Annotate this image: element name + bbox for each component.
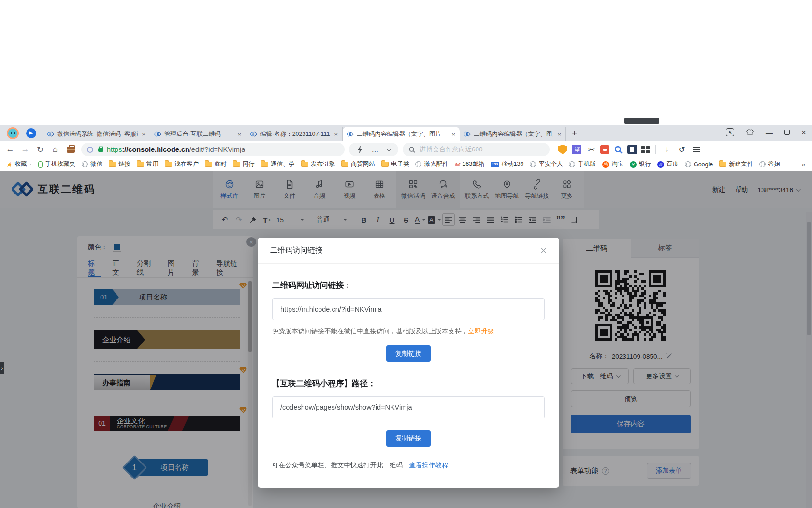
caret-down-icon — [29, 164, 32, 166]
phone-icon — [38, 161, 43, 168]
browser-tab-1[interactable]: 微信活码系统_微信活码_客服活 × — [43, 127, 150, 141]
shield-extension-icon[interactable] — [558, 145, 567, 154]
browser-chrome: 微信活码系统_微信活码_客服活 × 管理后台-互联二维码 × 编辑-名称：202… — [0, 125, 812, 171]
divider — [655, 145, 656, 154]
browser-logo-icon[interactable] — [7, 127, 19, 139]
address-bar[interactable]: https://console.hlcode.cn/edit/?id=NKVim… — [81, 143, 345, 156]
history-icon[interactable]: ↺ — [677, 145, 687, 155]
folder-icon — [261, 162, 268, 167]
bookmark-item[interactable]: 手机版 — [569, 160, 596, 168]
window-close-button[interactable]: × — [801, 128, 806, 136]
url-text[interactable]: https://console.hlcode.cn/edit/?id=NKVim… — [107, 146, 245, 153]
bookmark-item[interactable]: 浅在客户 — [165, 160, 199, 168]
browser-tab-2[interactable]: 管理后台-互联二维码 × — [150, 127, 246, 141]
bookmark-item[interactable]: 电子类 — [381, 160, 409, 168]
folder-icon — [341, 162, 348, 167]
menu-icon[interactable] — [693, 147, 700, 152]
bookmark-item[interactable]: 淘淘宝 — [602, 160, 624, 168]
collapse-handle-icon[interactable]: › — [0, 362, 4, 374]
magnifier-extension-icon[interactable] — [614, 145, 623, 154]
scissors-extension-icon[interactable]: ✂ — [586, 145, 595, 154]
extension-row: 译 ✂ ↓ ↺ — [558, 145, 700, 155]
address-actions: … — [349, 143, 398, 156]
tutorial-link[interactable]: 查看操作教程 — [409, 462, 449, 469]
tab-close-icon[interactable]: × — [557, 131, 561, 138]
qr-access-link-dialog: 二维码访问链接 × 二维码网址访问链接： https://m.hlcode.cn… — [258, 238, 559, 488]
bookmark-item[interactable]: 谷姐 — [759, 160, 780, 168]
qr-url-field[interactable]: https://m.hlcode.cn/?id=NKVimja — [272, 298, 545, 320]
tab-close-icon[interactable]: × — [451, 131, 455, 138]
home-icon[interactable]: ⌂ — [50, 145, 60, 154]
bookmark-item[interactable]: 百百度 — [657, 160, 679, 168]
back-icon[interactable]: ← — [5, 145, 15, 154]
search-suggestion-text: 进博会合作意向近600 — [420, 145, 483, 154]
bookmark-item[interactable]: 发布引擎 — [301, 160, 335, 168]
dialog-title: 二维码访问链接 — [270, 245, 323, 255]
bookmark-item[interactable]: 激光配件 — [415, 160, 448, 168]
more-actions-icon[interactable]: … — [372, 148, 379, 151]
bookmark-item[interactable]: 手机收藏夹 — [38, 160, 75, 168]
maximize-button[interactable] — [784, 130, 790, 135]
globe-icon — [759, 161, 766, 167]
folder-icon — [301, 162, 308, 167]
minimize-button[interactable]: — — [766, 129, 773, 136]
bookmark-item[interactable]: 常用 — [137, 160, 159, 168]
upgrade-note: 免费版本访问链接不能在微信中直接访问，基础版及以上版本支持，立即升级 — [272, 327, 545, 336]
bookmark-item[interactable]: ¥银行 — [630, 160, 651, 168]
floating-dark-bar — [624, 118, 659, 124]
search-icon — [408, 146, 416, 153]
bookmark-item[interactable]: 平安个人 — [530, 160, 563, 168]
bookmark-item[interactable]: 链接 — [109, 160, 130, 168]
taobao-icon: 淘 — [602, 161, 609, 168]
bookmark-item[interactable]: 临时 — [205, 160, 227, 168]
bookmark-item[interactable]: 同行 — [233, 160, 255, 168]
search-box[interactable]: 进博会合作意向近600 — [403, 143, 550, 156]
gamepad-extension-icon[interactable] — [600, 145, 609, 154]
mail-icon: ✉ — [454, 161, 460, 168]
139-badge-icon: 139 — [491, 162, 499, 167]
pinned-send-icon[interactable] — [26, 128, 36, 138]
browser-tab-4-active[interactable]: 二维码内容编辑器（文字、图片 × — [343, 127, 460, 141]
miniprogram-path-field[interactable]: /codeshow/pages/show/show?id=NKVimja — [272, 396, 545, 418]
miniprogram-section-heading: 【互联二维码小程序】路径： — [272, 378, 545, 389]
dialog-footer: 可在公众号菜单栏、推文中快速打开此二维码，查看操作教程 — [272, 461, 545, 470]
chevron-down-icon[interactable] — [386, 147, 391, 151]
browser-tab-3[interactable]: 编辑-名称：20231107-11174 × — [246, 127, 343, 141]
bookmark-item[interactable]: 139移动139 — [491, 160, 523, 168]
folder-icon — [381, 162, 389, 167]
translate-extension-icon[interactable]: 译 — [572, 145, 581, 154]
tab-close-icon[interactable]: × — [237, 131, 241, 138]
bookmark-item[interactable]: 微信 — [82, 160, 102, 168]
copy-path-button[interactable]: 复制链接 — [386, 430, 431, 447]
tab-close-icon[interactable]: × — [142, 131, 145, 138]
lightning-icon[interactable] — [357, 146, 363, 153]
hlcode-favicon — [347, 131, 353, 137]
refresh-icon[interactable]: ↻ — [35, 145, 45, 155]
theme-shirt-icon[interactable] — [746, 128, 754, 136]
tab-bar: 微信活码系统_微信活码_客服活 × 管理后台-互联二维码 × 编辑-名称：202… — [0, 125, 812, 141]
bookmark-item[interactable]: Google — [685, 161, 713, 168]
bookmark-item[interactable]: ✉163邮箱 — [454, 160, 484, 168]
site-info-icon[interactable] — [87, 147, 93, 153]
upgrade-link[interactable]: 立即升级 — [468, 328, 494, 335]
https-lock-icon[interactable] — [98, 148, 103, 152]
bookmark-favorites[interactable]: ★收藏 — [6, 160, 32, 169]
apps-grid-icon[interactable] — [641, 146, 650, 154]
bookmarks-overflow-icon[interactable]: » — [798, 161, 805, 168]
dialog-close-icon[interactable]: × — [540, 245, 547, 256]
bookmark-item[interactable]: 商贸网站 — [341, 160, 375, 168]
download-icon[interactable]: ↓ — [662, 145, 672, 154]
bookmark-item[interactable]: 新建文件 — [719, 160, 753, 168]
globe-icon — [82, 161, 88, 167]
toolbox-briefcase-icon[interactable] — [67, 147, 75, 153]
notebook-extension-icon[interactable] — [627, 145, 637, 154]
tab-count-badge[interactable]: 5 — [726, 128, 734, 136]
forward-icon[interactable]: → — [20, 145, 30, 154]
copy-link-button[interactable]: 复制链接 — [386, 345, 431, 362]
tab-close-icon[interactable]: × — [334, 131, 338, 138]
hlcode-favicon — [47, 131, 54, 137]
bookmark-item[interactable]: 通信、学 — [261, 160, 295, 168]
browser-tab-5[interactable]: 二维码内容编辑器（文字、图片 × — [460, 127, 566, 141]
new-tab-button[interactable]: + — [572, 128, 577, 138]
globe-icon — [415, 161, 421, 167]
